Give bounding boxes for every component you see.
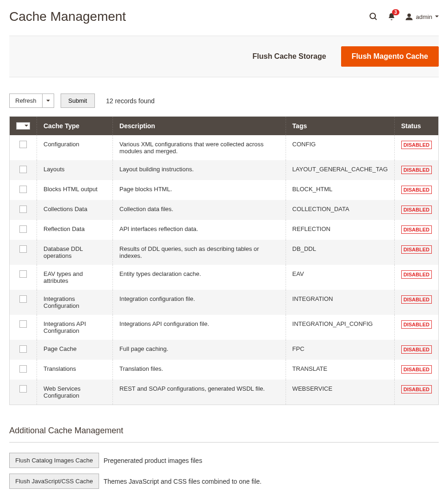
additional-row: Flush JavaScript/CSS CacheThemes JavaScr… (9, 474, 439, 489)
cell-type: Configuration (37, 135, 113, 160)
cell-desc: Full page caching. (113, 340, 286, 360)
cell-tags: INTEGRATION (286, 290, 394, 315)
table-row: Integrations ConfigurationIntegration co… (10, 290, 439, 315)
cell-desc: REST and SOAP configurations, generated … (113, 380, 286, 405)
cell-tags: FPC (286, 340, 394, 360)
cell-type: Web Services Configuration (37, 380, 113, 405)
status-badge: DISABLED (401, 365, 432, 374)
table-row: Integrations API ConfigurationIntegratio… (10, 315, 439, 340)
row-checkbox[interactable] (19, 245, 27, 253)
table-row: Reflection DataAPI interfaces reflection… (10, 220, 439, 240)
row-checkbox[interactable] (19, 295, 27, 303)
cell-desc: Translation files. (113, 360, 286, 380)
flush-desc: Themes JavaScript and CSS files combined… (104, 478, 262, 485)
table-row: Web Services ConfigurationREST and SOAP … (10, 380, 439, 405)
caret-down-icon (42, 94, 54, 107)
table-row: TranslationsTranslation files.TRANSLATED… (10, 360, 439, 380)
svg-line-1 (374, 18, 376, 20)
row-checkbox[interactable] (19, 186, 27, 193)
caret-down-icon (435, 15, 439, 19)
divider (9, 442, 439, 443)
cell-tags: CONFIG (286, 135, 394, 160)
notifications-icon[interactable]: 3 (387, 12, 396, 21)
cell-desc: Results of DDL queries, such as describi… (113, 240, 286, 265)
cell-type: Page Cache (37, 340, 113, 360)
submit-button[interactable]: Submit (61, 94, 95, 108)
status-badge: DISABLED (401, 206, 432, 214)
cell-tags: TRANSLATE (286, 360, 394, 380)
cell-desc: Entity types declaration cache. (113, 265, 286, 290)
cell-type: Layouts (37, 160, 113, 180)
row-checkbox[interactable] (19, 385, 27, 393)
col-header-type[interactable]: Cache Type (37, 117, 113, 136)
flush-magento-cache-button[interactable]: Flush Magento Cache (341, 46, 439, 67)
page-title: Cache Management (9, 9, 126, 24)
row-checkbox[interactable] (19, 166, 27, 173)
search-icon[interactable] (369, 12, 378, 21)
status-badge: DISABLED (401, 186, 432, 194)
row-checkbox[interactable] (19, 365, 27, 373)
col-header-status[interactable]: Status (394, 117, 438, 136)
table-row: LayoutsLayout building instructions.LAYO… (10, 160, 439, 180)
status-badge: DISABLED (401, 295, 432, 304)
cell-tags: INTEGRATION_API_CONFIG (286, 315, 394, 340)
cell-tags: COLLECTION_DATA (286, 200, 394, 220)
cell-desc: Page blocks HTML. (113, 180, 286, 200)
status-badge: DISABLED (401, 270, 432, 279)
cell-tags: BLOCK_HTML (286, 180, 394, 200)
row-checkbox[interactable] (19, 345, 27, 353)
status-badge: DISABLED (401, 166, 432, 174)
cell-type: Blocks HTML output (37, 180, 113, 200)
row-checkbox[interactable] (19, 206, 27, 213)
user-menu[interactable]: admin (405, 12, 439, 21)
cell-type: Integrations Configuration (37, 290, 113, 315)
user-label: admin (416, 13, 432, 20)
additional-title: Additional Cache Management (9, 426, 439, 436)
status-badge: DISABLED (401, 245, 432, 254)
mass-action-select[interactable]: Refresh (9, 94, 54, 108)
cell-type: Translations (37, 360, 113, 380)
status-badge: DISABLED (401, 225, 432, 234)
select-all-checkbox[interactable] (16, 122, 30, 130)
cell-tags: EAV (286, 265, 394, 290)
cell-tags: DB_DDL (286, 240, 394, 265)
cell-tags: REFLECTION (286, 220, 394, 240)
cell-type: Integrations API Configuration (37, 315, 113, 340)
col-header-desc[interactable]: Description (113, 117, 286, 136)
flush-button[interactable]: Flush JavaScript/CSS Cache (9, 474, 99, 489)
additional-row: Flush Catalog Images CachePregenerated p… (9, 453, 439, 468)
flush-desc: Pregenerated product images files (104, 457, 202, 464)
row-checkbox[interactable] (19, 141, 27, 148)
row-checkbox[interactable] (19, 270, 27, 278)
row-checkbox[interactable] (19, 320, 27, 328)
cell-desc: API interfaces reflection data. (113, 220, 286, 240)
cell-desc: Layout building instructions. (113, 160, 286, 180)
svg-point-0 (370, 13, 375, 19)
row-checkbox[interactable] (19, 225, 27, 233)
cell-type: Reflection Data (37, 220, 113, 240)
records-found: 12 records found (106, 97, 155, 105)
cell-desc: Various XML configurations that were col… (113, 135, 286, 160)
table-row: Page CacheFull page caching.FPCDISABLED (10, 340, 439, 360)
cache-table: Cache Type Description Tags Status Confi… (9, 116, 439, 405)
svg-point-2 (407, 13, 411, 17)
table-row: Collections DataCollection data files.CO… (10, 200, 439, 220)
flush-cache-storage-button[interactable]: Flush Cache Storage (244, 48, 334, 65)
cell-desc: Collection data files. (113, 200, 286, 220)
cell-type: Collections Data (37, 200, 113, 220)
flush-button[interactable]: Flush Catalog Images Cache (9, 453, 99, 468)
table-row: ConfigurationVarious XML configurations … (10, 135, 439, 160)
cell-type: Database DDL operations (37, 240, 113, 265)
caret-down-icon (25, 124, 28, 128)
user-icon (405, 12, 413, 21)
status-badge: DISABLED (401, 141, 432, 149)
col-header-tags[interactable]: Tags (286, 117, 394, 136)
table-row: Blocks HTML outputPage blocks HTML.BLOCK… (10, 180, 439, 200)
cell-desc: Integration configuration file. (113, 290, 286, 315)
cell-tags: LAYOUT_GENERAL_CACHE_TAG (286, 160, 394, 180)
status-badge: DISABLED (401, 345, 432, 354)
status-badge: DISABLED (401, 385, 432, 393)
table-row: EAV types and attributesEntity types dec… (10, 265, 439, 290)
cell-type: EAV types and attributes (37, 265, 113, 290)
cell-desc: Integrations API configuration file. (113, 315, 286, 340)
